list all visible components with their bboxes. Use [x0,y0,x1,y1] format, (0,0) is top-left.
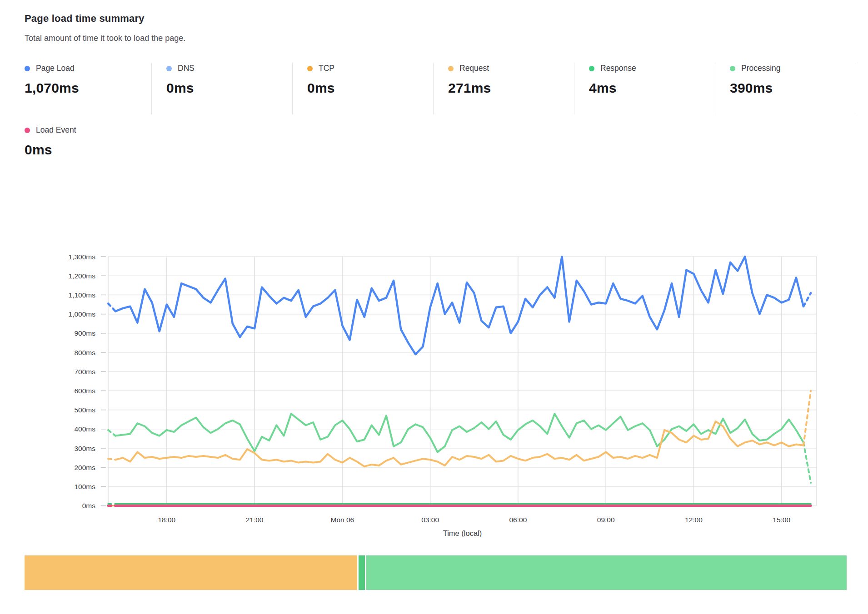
metric-value-request: 271ms [448,80,574,96]
timeline-segment-ok[interactable] [366,555,847,590]
chart-canvas: 0ms100ms200ms300ms400ms500ms600ms700ms80… [0,200,868,545]
legend-item-request[interactable]: Request 271ms [434,63,574,114]
series-processing [115,414,803,452]
x-axis-title: Time (local) [443,529,482,537]
legend-label: Load Event [36,125,76,135]
y-tick-label: 0ms [82,502,96,510]
y-tick-label: 600ms [74,387,95,395]
processing-dot-icon [730,66,735,71]
y-tick-label: 1,200ms [69,272,96,280]
load-time-line-chart: 0ms100ms200ms300ms400ms500ms600ms700ms80… [0,200,868,545]
y-tick-label: 1,000ms [69,310,96,318]
series-request [108,459,115,460]
metric-value-processing: 390ms [730,80,856,96]
y-tick-label: 400ms [74,425,95,433]
series-page-load [115,257,803,354]
metric-value-load-event: 0ms [25,142,76,158]
y-tick-label: 100ms [74,483,95,490]
series-request [803,391,811,445]
x-tick-label: 03:00 [421,516,439,524]
tcp-dot-icon [307,66,313,71]
legend-item-dns[interactable]: DNS 0ms [152,63,293,114]
y-tick-label: 700ms [74,368,95,376]
response-dot-icon [589,66,594,71]
check-status-timeline-strip [25,555,844,590]
metric-value-tcp: 0ms [307,80,433,96]
x-tick-label: 06:00 [509,516,527,524]
request-dot-icon [448,66,454,71]
y-tick-label: 500ms [74,406,95,414]
y-tick-label: 1,100ms [69,291,96,299]
legend-label: DNS [178,64,195,73]
timeline-segment-warning[interactable] [25,555,357,590]
legend-item-response[interactable]: Response 4ms [574,63,715,114]
legend-label: Response [600,64,636,73]
y-tick-label: 1,300ms [69,253,96,261]
series-page-load [108,303,115,311]
x-tick-label: 12:00 [685,516,703,524]
metric-value-dns: 0ms [166,80,292,96]
y-tick-label: 200ms [74,464,95,471]
legend-label: Page Load [36,64,75,73]
timeline-segment-ok[interactable] [359,555,365,590]
x-tick-label: 15:00 [773,516,790,524]
y-tick-label: 300ms [74,445,95,452]
legend-item-load-event[interactable]: Load Event 0ms [25,125,76,158]
legend-item-tcp[interactable]: TCP 0ms [293,63,434,114]
page-load-dot-icon [25,66,30,71]
y-tick-label: 800ms [74,349,95,357]
legend-label: Processing [741,64,781,73]
y-tick-label: 900ms [74,329,95,337]
metric-legend-row: Page Load 1,070ms DNS 0ms TCP 0ms Reques… [25,63,856,114]
legend-label: TCP [319,64,334,73]
page-subtitle: Total amount of time it took to load the… [25,34,185,43]
metric-value-response: 4ms [589,80,715,96]
page-title: Page load time summary [25,13,185,25]
load-event-dot-icon [25,128,30,133]
legend-label: Request [459,64,489,73]
panel-header: Page load time summary Total amount of t… [25,13,185,43]
x-tick-label: Mon 06 [331,516,354,524]
series-processing [108,430,115,436]
legend-item-processing[interactable]: Processing 390ms [715,63,856,114]
legend-item-page-load[interactable]: Page Load 1,070ms [25,63,152,114]
x-tick-label: 09:00 [597,516,615,524]
x-tick-label: 18:00 [158,516,175,524]
dns-dot-icon [166,66,172,71]
x-tick-label: 21:00 [246,516,264,524]
metric-value-page-load: 1,070ms [25,80,151,96]
page-load-summary-panel: Page load time summary Total amount of t… [0,0,868,614]
